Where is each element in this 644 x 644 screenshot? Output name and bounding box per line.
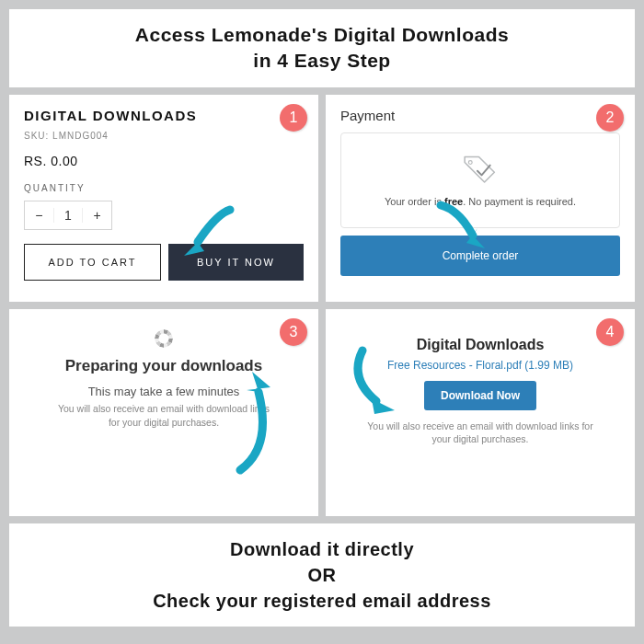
preparing-title: Preparing your downloads — [24, 357, 304, 375]
download-note: You will also receive an email with down… — [340, 420, 620, 446]
step-badge-1: 1 — [280, 104, 307, 132]
payment-free-text: Your order is free. No payment is requir… — [385, 196, 576, 207]
step-badge-4: 4 — [596, 318, 624, 346]
step-2-card: 2 Payment Your order is free. No payment… — [326, 95, 635, 302]
quantity-stepper[interactable]: − 1 + — [24, 201, 112, 230]
quantity-minus[interactable]: − — [25, 208, 53, 223]
add-to-cart-button[interactable]: ADD TO CART — [24, 244, 161, 281]
step-1-card: 1 DIGITAL DOWNLOADS SKU: LMNDG004 RS. 0.… — [9, 95, 318, 302]
arrow-icon — [339, 346, 408, 420]
payment-title: Payment — [340, 108, 620, 123]
quantity-label: QUANTITY — [24, 183, 304, 193]
price-tag-check-icon — [459, 154, 501, 187]
step-badge-3: 3 — [280, 318, 307, 346]
loading-spinner-icon — [155, 329, 173, 348]
footer-banner: Download it directly OR Check your regis… — [9, 523, 635, 627]
preparing-note: You will also receive an email with down… — [24, 402, 304, 429]
complete-order-button[interactable]: Complete order — [340, 236, 620, 276]
product-sku: SKU: LMNDG004 — [24, 131, 304, 141]
downloads-title: Digital Downloads — [340, 337, 620, 353]
footer-text: Download it directly OR Check your regis… — [28, 536, 616, 614]
steps-grid: 1 DIGITAL DOWNLOADS SKU: LMNDG004 RS. 0.… — [9, 95, 635, 516]
product-price: RS. 0.00 — [24, 154, 304, 168]
preparing-subtitle: This may take a few minutes — [24, 385, 304, 398]
step-3-card: 3 Preparing your downloads This may take… — [9, 309, 318, 516]
product-title: DIGITAL DOWNLOADS — [24, 108, 304, 123]
header-banner: Access Lemonade's Digital Downloads in 4… — [9, 9, 635, 87]
quantity-plus[interactable]: + — [83, 208, 111, 223]
quantity-value: 1 — [53, 208, 84, 223]
payment-free-box: Your order is free. No payment is requir… — [340, 132, 620, 228]
header-title: Access Lemonade's Digital Downloads in 4… — [28, 22, 616, 75]
svg-point-0 — [468, 160, 472, 164]
step-4-card: 4 Digital Downloads Free Resources - Flo… — [326, 309, 635, 516]
step-badge-2: 2 — [596, 104, 624, 132]
download-file-link[interactable]: Free Resources - Floral.pdf (1.99 MB) — [340, 359, 620, 372]
buy-now-button[interactable]: BUY IT NOW — [168, 244, 304, 281]
download-now-button[interactable]: Download Now — [424, 381, 536, 410]
